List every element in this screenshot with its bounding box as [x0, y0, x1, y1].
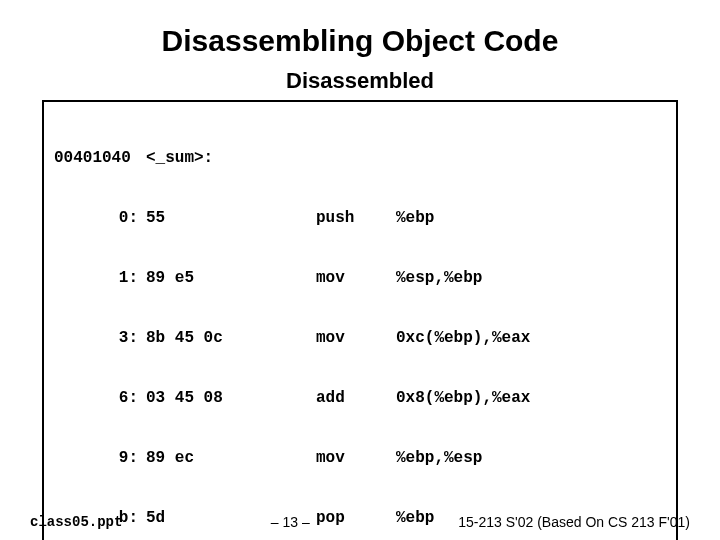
code-mnem: mov: [316, 268, 396, 288]
code-mnem: push: [316, 208, 396, 228]
code-header-row: 00401040 <_sum>:: [54, 148, 666, 168]
code-mnem: mov: [316, 448, 396, 468]
code-row: 9: 89 ec mov %ebp,%esp: [54, 448, 666, 468]
code-ops: %ebp,%esp: [396, 448, 666, 468]
code-addr: 3:: [54, 328, 142, 348]
code-ops: %esp,%ebp: [396, 268, 666, 288]
footer-course: 15-213 S'02 (Based On CS 213 F'01): [458, 514, 690, 530]
code-addr: 6:: [54, 388, 142, 408]
code-row: 3: 8b 45 0c mov 0xc(%ebp),%eax: [54, 328, 666, 348]
code-addr: 9:: [54, 448, 142, 468]
slide: Disassembling Object Code Disassembled 0…: [0, 0, 720, 540]
footer-filename: class05.ppt: [30, 514, 122, 530]
code-header-addr: 00401040: [54, 148, 142, 168]
code-ops: 0xc(%ebp),%eax: [396, 328, 666, 348]
code-ops: %ebp: [396, 208, 666, 228]
subhead-disassembled: Disassembled: [28, 68, 692, 94]
code-bytes: 55: [142, 208, 316, 228]
slide-title: Disassembling Object Code: [28, 24, 692, 58]
code-bytes: 89 ec: [142, 448, 316, 468]
code-mnem: mov: [316, 328, 396, 348]
code-row: 1: 89 e5 mov %esp,%ebp: [54, 268, 666, 288]
code-header-label: <_sum>:: [142, 148, 316, 168]
code-row: 0: 55 push %ebp: [54, 208, 666, 228]
code-bytes: 8b 45 0c: [142, 328, 316, 348]
code-ops: 0x8(%ebp),%eax: [396, 388, 666, 408]
code-bytes: 89 e5: [142, 268, 316, 288]
code-mnem: add: [316, 388, 396, 408]
code-row: 6: 03 45 08 add 0x8(%ebp),%eax: [54, 388, 666, 408]
code-addr: 0:: [54, 208, 142, 228]
slide-footer: class05.ppt – 13 – 15-213 S'02 (Based On…: [0, 514, 720, 530]
disassembly-codebox: 00401040 <_sum>: 0: 55 push %ebp 1: 89 e…: [42, 100, 678, 540]
code-addr: 1:: [54, 268, 142, 288]
code-bytes: 03 45 08: [142, 388, 316, 408]
footer-page-number: – 13 –: [271, 514, 310, 530]
